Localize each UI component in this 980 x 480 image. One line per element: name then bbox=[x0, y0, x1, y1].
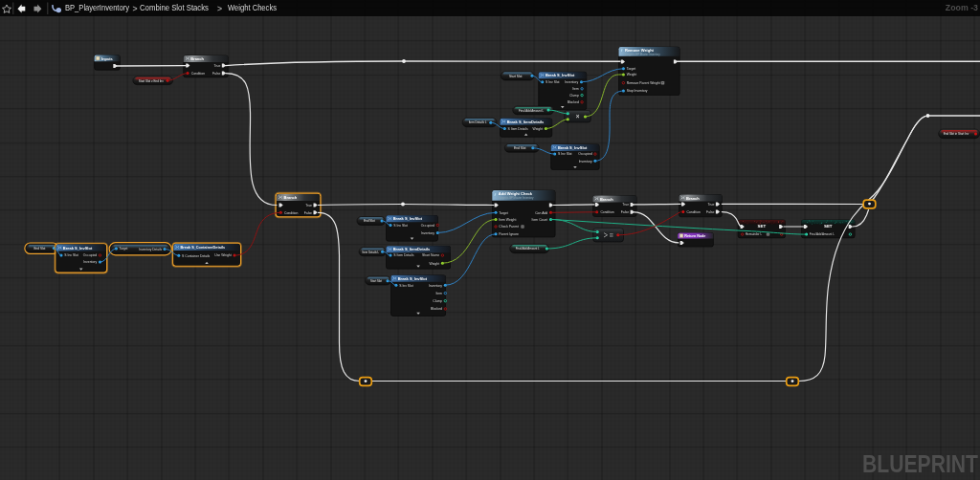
svg-text:Final Add Amount L: Final Add Amount L bbox=[810, 232, 835, 236]
svg-text:S Inv Slot: S Inv Slot bbox=[393, 224, 408, 228]
svg-text:Final Add Amount L: Final Add Amount L bbox=[516, 247, 540, 251]
svg-text:Branch: Branch bbox=[600, 197, 613, 202]
svg-text:Final Add Amount L: Final Add Amount L bbox=[519, 109, 544, 113]
svg-text:True: True bbox=[305, 204, 312, 207]
svg-text:Can Add: Can Add bbox=[535, 211, 547, 215]
svg-text:True: True bbox=[213, 64, 220, 68]
svg-text:Item Weight: Item Weight bbox=[499, 218, 516, 222]
svg-text:Break S_InvSlot: Break S_InvSlot bbox=[393, 216, 423, 221]
svg-text:Occupied: Occupied bbox=[83, 253, 97, 257]
svg-text:Parent Ignore: Parent Ignore bbox=[499, 232, 519, 236]
svg-text:Break S_ItemDetails: Break S_ItemDetails bbox=[507, 120, 545, 124]
svg-text:BP_PlayerInventory: BP_PlayerInventory bbox=[65, 4, 130, 12]
svg-text:Condition: Condition bbox=[687, 210, 701, 214]
svg-text:Weight: Weight bbox=[627, 73, 637, 76]
svg-text:Occupied: Occupied bbox=[578, 152, 591, 156]
svg-text:S Item Details: S Item Details bbox=[393, 253, 413, 257]
svg-text:SET: SET bbox=[758, 224, 767, 229]
svg-text:Item Details L: Item Details L bbox=[362, 251, 379, 254]
svg-text:Inputs: Inputs bbox=[101, 56, 113, 61]
svg-text:Target: Target bbox=[499, 211, 507, 215]
svg-text:Break S_InvSlot: Break S_InvSlot bbox=[398, 276, 428, 281]
svg-text:Target: Target bbox=[120, 247, 128, 251]
svg-text:Clump: Clump bbox=[433, 299, 442, 303]
svg-text:Blocked: Blocked bbox=[431, 307, 442, 311]
svg-text:Item: Item bbox=[572, 87, 579, 91]
svg-text:Use Weight: Use Weight bbox=[214, 253, 232, 257]
svg-text:Stop Inventory: Stop Inventory bbox=[627, 89, 648, 93]
svg-text:×: × bbox=[576, 113, 580, 120]
svg-text:S Item Details: S Item Details bbox=[508, 127, 528, 131]
svg-text:False: False bbox=[304, 211, 312, 215]
svg-text:S Inv Slot: S Inv Slot bbox=[399, 284, 413, 288]
svg-text:S Inv Slot: S Inv Slot bbox=[64, 253, 78, 257]
svg-text:Clump: Clump bbox=[569, 94, 579, 98]
svg-text:Remove Parent Weight: Remove Parent Weight bbox=[627, 81, 660, 85]
svg-text:Inventory: Inventory bbox=[421, 231, 434, 235]
svg-text:Weight: Weight bbox=[533, 127, 544, 131]
svg-text:Break S_InvSlot: Break S_InvSlot bbox=[546, 73, 575, 77]
svg-text:Weight: Weight bbox=[430, 262, 440, 266]
svg-text:S Container Details: S Container Details bbox=[182, 254, 211, 258]
svg-text:False: False bbox=[706, 210, 714, 214]
svg-text:>: > bbox=[133, 4, 138, 13]
svg-text:Target is BP Master Inventory: Target is BP Master Inventory bbox=[625, 53, 660, 56]
svg-text:Return Node: Return Node bbox=[684, 234, 705, 238]
svg-text:Condition: Condition bbox=[284, 211, 298, 215]
svg-text:Start Slot: Start Slot bbox=[509, 75, 523, 78]
svg-text:True: True bbox=[622, 203, 629, 207]
svg-text:False: False bbox=[621, 210, 629, 214]
svg-text:Break S_InvSlot: Break S_InvSlot bbox=[63, 246, 93, 251]
svg-text:Combine Slot Stacks: Combine Slot Stacks bbox=[140, 4, 209, 12]
svg-text:>: > bbox=[217, 4, 222, 13]
svg-text:Target: Target bbox=[627, 67, 635, 71]
svg-text:Inventory: Inventory bbox=[579, 160, 592, 164]
svg-text:End Slot: End Slot bbox=[514, 146, 526, 150]
svg-text:S Inv Slot: S Inv Slot bbox=[558, 152, 572, 156]
svg-text:BLUEPRINT: BLUEPRINT bbox=[862, 450, 978, 477]
svg-text:Branch: Branch bbox=[284, 195, 298, 200]
svg-text:Occupied: Occupied bbox=[421, 224, 434, 228]
svg-text:Break S_ItemDetails: Break S_ItemDetails bbox=[393, 247, 431, 251]
svg-text:SET: SET bbox=[824, 224, 833, 229]
svg-text:Inventory: Inventory bbox=[429, 284, 442, 288]
svg-text:Zoom -3: Zoom -3 bbox=[946, 3, 978, 12]
svg-text:Condition: Condition bbox=[600, 210, 613, 214]
svg-text:Check Parent: Check Parent bbox=[499, 225, 519, 229]
svg-text:S Inv Slot: S Inv Slot bbox=[546, 80, 560, 84]
svg-text:Item: Item bbox=[435, 292, 442, 295]
svg-text:End Slot: End Slot bbox=[364, 219, 375, 223]
svg-text:Item Count: Item Count bbox=[532, 218, 548, 222]
svg-text:Remainder L: Remainder L bbox=[746, 232, 763, 236]
svg-text:Break S_ContainerDetails: Break S_ContainerDetails bbox=[181, 246, 225, 250]
svg-text:Inventory: Inventory bbox=[565, 80, 578, 84]
svg-text:Inventory: Inventory bbox=[83, 260, 97, 264]
svg-text:Weight Checks: Weight Checks bbox=[228, 4, 277, 12]
svg-text:End Slot in Start Inv: End Slot in Start Inv bbox=[944, 132, 969, 136]
svg-text:Item Details L: Item Details L bbox=[469, 120, 487, 124]
svg-text:Condition: Condition bbox=[191, 72, 205, 76]
svg-text:Branch: Branch bbox=[686, 196, 700, 201]
svg-text:Branch: Branch bbox=[190, 56, 204, 61]
svg-text:False: False bbox=[212, 72, 220, 76]
svg-text:Start Slot: Start Slot bbox=[370, 279, 382, 283]
svg-text:Blocked: Blocked bbox=[568, 100, 579, 104]
svg-text:True: True bbox=[708, 203, 715, 207]
svg-text:Inventory Details: Inventory Details bbox=[139, 248, 162, 251]
svg-text:End Slot: End Slot bbox=[34, 247, 46, 251]
svg-text:Target is BP Master Inventory: Target is BP Master Inventory bbox=[499, 196, 534, 200]
svg-text:Short Name: Short Name bbox=[422, 253, 439, 257]
svg-text:Start Slot ≠ End Inv: Start Slot ≠ End Inv bbox=[139, 79, 164, 83]
svg-text:Break S_InvSlot: Break S_InvSlot bbox=[558, 145, 588, 150]
